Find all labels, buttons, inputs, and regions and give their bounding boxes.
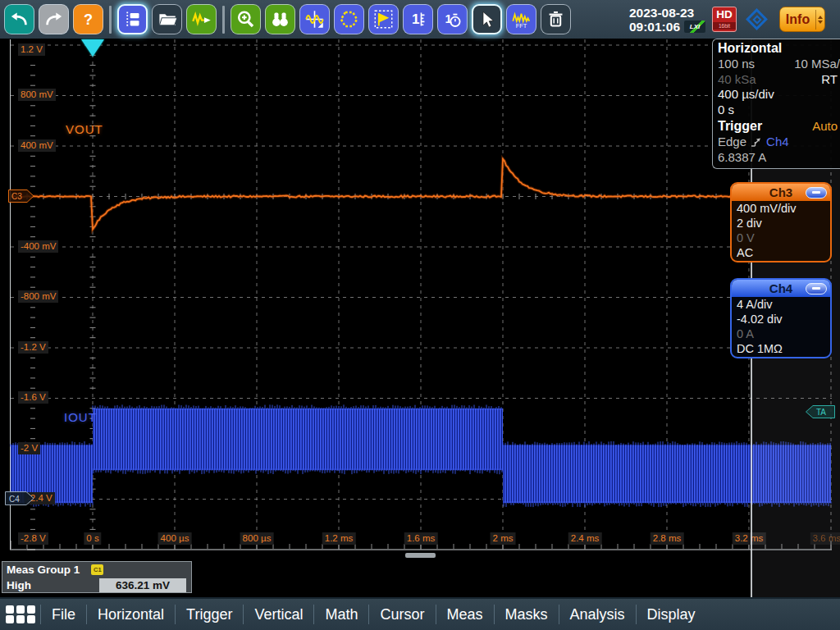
info-button[interactable]: Info [779,7,825,32]
svg-text:FFT: FFT [516,22,527,30]
measurement-icon[interactable]: 1 [403,4,433,34]
menu-item-analysis[interactable]: Analysis [559,600,636,629]
horizontal-panel-title: Horizontal [718,39,782,57]
menu-item-math[interactable]: Math [314,600,368,629]
ch4-offset: -4.02 div [732,312,830,326]
x-axis-label: 2 ms [491,532,516,545]
timebase-scale: 400 µs/div [718,87,774,103]
svg-text:C3: C3 [11,192,22,201]
lxi-badge: LXI [684,21,705,33]
meas-group-panel[interactable]: Meas Group 1 C1 High 636.21 mV [2,561,192,593]
ch4-minimize-button[interactable] [806,283,827,294]
annotation-icon[interactable] [368,4,399,34]
trigger-mode: Auto [812,117,840,135]
menu-item-trigger[interactable]: Trigger [176,600,243,629]
dialog-panel-icon[interactable] [117,4,148,34]
toolbar-separator [222,6,225,34]
vout-trace-label[interactable]: VOUT [66,122,103,136]
menu-item-display[interactable]: Display [637,600,706,629]
ch3-offset: 2 div [732,216,830,231]
scroll-grip[interactable] [405,553,436,558]
info-spin-arrows[interactable] [815,10,824,30]
y-axis-label: -1.2 V [18,341,48,354]
file-open-icon[interactable] [152,4,182,34]
ch3-minimize-button[interactable] [806,187,827,199]
resolution-value: 100 ns [718,57,755,72]
fft-icon[interactable]: FFT [506,4,536,34]
record-length-value: 40 kSa [718,72,756,88]
y-axis-label: -800 mV [18,290,58,303]
x-axis-label: 0 s [84,532,101,545]
redo-icon[interactable] [39,4,69,34]
x-axis-label: 2.4 ms [568,532,602,545]
acquisition-mode: RT [821,72,840,88]
ch3-panel[interactable]: Ch3 400 mV/div 2 div 0 V AC [730,182,832,262]
y-axis-label: -1.6 V [18,391,48,404]
meas-name: High [7,579,31,591]
oscilloscope-screen: ?11FFT 2023-08-23 09:01:06 LXI HD 16bit … [0,0,840,630]
menu-items: FileHorizontalTriggerVerticalMathCursorM… [40,600,706,629]
menu-item-masks[interactable]: Masks [495,600,559,629]
toolbar-icons: ?11FFT [4,4,575,34]
meas-source-badge: C1 [91,564,103,575]
ch4-panel[interactable]: Ch4 4 A/div -4.02 div 0 A DC 1MΩ [730,278,832,358]
menu-item-vertical[interactable]: Vertical [244,600,313,629]
svg-text:?: ? [84,11,93,28]
ch3-position: 0 V [732,231,830,245]
meas-group-title: Meas Group 1 [7,564,80,576]
trigger-source: Ch4 [766,135,789,150]
ch3-offset-marker[interactable]: C3 [8,189,34,203]
horizontal-position: 0 s [718,103,734,118]
ch4-position: 0 A [732,326,830,341]
time-text: 09:01:06 [629,20,680,34]
y-axis-label: -2.8 V [18,532,48,545]
ch3-coupling: AC [732,245,830,260]
quick-meas-icon[interactable]: 1 [437,4,468,34]
horizontal-trigger-panel[interactable]: Horizontal 100 ns 10 MSa/ 40 kSa RT 400 … [712,39,840,169]
datetime: 2023-08-23 09:01:06 LXI [629,6,705,34]
trigger-level: 6.8387 A [718,150,766,166]
y-axis-label: -400 mV [18,240,58,253]
help-icon[interactable]: ? [73,4,103,34]
menu-bar: FileHorizontalTriggerVerticalMathCursorM… [0,597,840,630]
reference-waveform-icon[interactable] [299,4,330,34]
iout-trace-label[interactable]: IOUT [64,410,97,424]
rising-edge-icon [751,137,762,148]
x-axis-label: 1.2 ms [322,532,356,545]
menu-item-meas[interactable]: Meas [436,600,494,629]
undo-icon[interactable] [4,4,34,34]
rs-logo [743,6,771,34]
y-axis-label: 400 mV [18,139,56,152]
hd-mode-badge[interactable]: HD 16bit [712,7,737,32]
sample-rate-value: 10 MSa/ [794,57,840,72]
ch4-scale: 4 A/div [732,297,830,312]
pointer-mode-icon[interactable] [472,4,502,34]
delete-icon[interactable] [541,4,571,34]
apps-menu-icon[interactable] [6,605,35,623]
toolbar: ?11FFT 2023-08-23 09:01:06 LXI HD 16bit … [0,0,840,39]
y-axis-label: 1.2 V [18,43,45,56]
mask-test-icon[interactable] [334,4,364,34]
toolbar-separator [109,6,112,34]
svg-text:C4: C4 [9,495,20,504]
zoom-icon[interactable] [231,4,261,34]
meas-value: 636.21 mV [99,578,186,592]
ch4-offset-marker[interactable]: C4 [5,491,34,505]
svg-text:1: 1 [412,11,419,27]
search-icon[interactable] [265,4,295,34]
probe-setup-icon[interactable] [186,4,217,34]
x-axis-label: 800 µs [240,532,274,545]
menu-item-file[interactable]: File [41,600,86,629]
x-axis-label: 2.8 ms [651,532,684,545]
trigger-position-marker[interactable] [81,39,104,57]
date-text: 2023-08-23 [629,6,705,20]
menu-item-horizontal[interactable]: Horizontal [87,600,175,629]
ch4-title: Ch4 [769,281,792,295]
x-axis-label: 400 µs [158,532,192,545]
y-axis-label: -2 V [18,442,40,454]
ch4-coupling: DC 1MΩ [732,341,830,356]
trigger-panel-title: Trigger [718,117,762,135]
ch3-title: Ch3 [769,185,792,199]
menu-item-cursor[interactable]: Cursor [369,600,435,629]
x-axis-label: 1.6 ms [404,532,438,545]
